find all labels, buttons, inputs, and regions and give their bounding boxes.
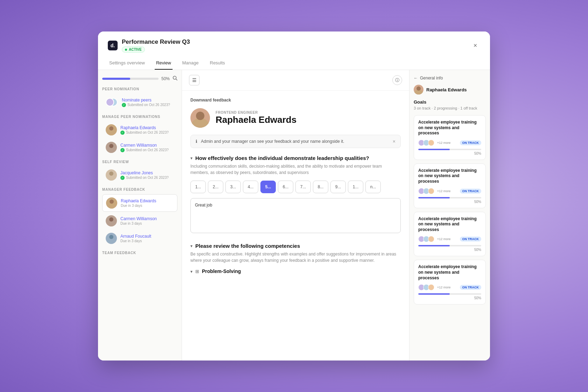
svg-point-18: [416, 86, 421, 91]
goal-card-1: Accelerate employee training on new syst…: [414, 115, 486, 160]
search-button[interactable]: [173, 76, 177, 82]
info-banner-close[interactable]: ×: [393, 139, 396, 144]
right-panel-avatar: [414, 85, 424, 94]
rating-2[interactable]: 2...: [208, 181, 223, 193]
progress-bar: [102, 78, 159, 80]
goal-4-badge: ON TRACK: [460, 285, 482, 290]
competency-header: ▾ ⊞ Problem-Solving: [190, 268, 401, 274]
manager-arnaud[interactable]: Arnaud Foucault Due in 3 days: [102, 230, 177, 247]
sidebar-toggle-button[interactable]: ☰: [189, 75, 200, 85]
rating-buttons: 1... 2... 3... 4... 5... 6... 7... 8... …: [190, 181, 401, 193]
peer-nomination-label: PEER NOMINATION: [102, 87, 177, 91]
left-panel: 50% PEER NOMINATION Nominate peers: [98, 70, 182, 360]
rating-5[interactable]: 5...: [260, 181, 276, 193]
goal-4-progress-bar: [418, 293, 481, 295]
tab-settings-overview[interactable]: Settings overview: [108, 57, 146, 70]
raphaela-manage-info: Raphaela Edwards ✓ Submitted on Oct 26 2…: [120, 125, 174, 135]
svg-point-7: [108, 176, 115, 181]
back-arrow-icon: ←: [414, 76, 418, 80]
nominate-peers-sub: ✓ Submitted on Oct 26 2023?: [122, 103, 174, 107]
rating-6[interactable]: 6...: [278, 181, 293, 193]
goal-4-title: Accelerate employee training on new syst…: [418, 264, 481, 281]
raphaela-avatar: [106, 124, 117, 135]
manage-peer-carmen[interactable]: Carmen Williamson ✓ Submitted on Oct 26 …: [102, 139, 177, 156]
progress-fill: [102, 78, 130, 80]
modal-title-info: Performance Review Q3 ACTIVE: [122, 38, 190, 52]
nominate-peers-item[interactable]: Nominate peers ✓ Submitted on Oct 26 202…: [102, 94, 177, 111]
rating-3[interactable]: 3...: [225, 181, 241, 193]
info-icon: ℹ: [196, 139, 197, 144]
carmen-manage-info: Carmen Williamson ✓ Submitted on Oct 26 …: [120, 143, 174, 152]
center-panel: ☰ ⓘ Downward feedback FRONTEND ENGINEER …: [182, 70, 410, 360]
svg-point-11: [108, 222, 115, 226]
rating-n[interactable]: n...: [365, 181, 381, 193]
goal-4-pct: 50%: [418, 296, 481, 300]
svg-point-2: [109, 126, 113, 131]
goal-card-3: Accelerate employee training on new syst…: [414, 212, 486, 257]
progress-row: 50%: [102, 76, 177, 82]
close-button[interactable]: ×: [470, 41, 480, 50]
svg-line-1: [176, 79, 177, 80]
question-1: ▾ How effectively does the individual de…: [190, 155, 401, 234]
goal-4-avatars: [418, 284, 433, 290]
goal-1-more: +12 more: [437, 141, 450, 145]
rating-7[interactable]: 7...: [295, 181, 311, 193]
manager-carmen[interactable]: Carmen Williamson Due in 3 days: [102, 212, 177, 229]
svg-point-6: [109, 172, 113, 176]
modal-title: Performance Review Q3: [122, 38, 190, 46]
goal-2-badge: ON TRACK: [460, 189, 482, 194]
goal-3-progress-fill: [418, 245, 450, 246]
collapse-arrow-1[interactable]: ▾: [190, 156, 192, 161]
nominate-peers-icon: [106, 97, 118, 108]
nominate-peers-info: Nominate peers ✓ Submitted on Oct 26 202…: [122, 98, 174, 107]
tab-results[interactable]: Results: [209, 57, 226, 70]
svg-point-4: [109, 144, 113, 148]
question-1-text: How effectively does the individual demo…: [195, 155, 401, 161]
goal-1-progress-fill: [418, 149, 450, 150]
manage-peer-raphaela[interactable]: Raphaela Edwards ✓ Submitted on Oct 26 2…: [102, 121, 177, 138]
modal-header: d. Performance Review Q3 ACTIVE × Settin…: [98, 31, 490, 70]
self-review-jacqueline[interactable]: Jacqueline Jones ✓ Submitted on Oct 26 2…: [102, 167, 177, 183]
goals-summary: 3 on track · 2 progressing · 1 off track: [414, 106, 486, 110]
reviewee-info: FRONTEND ENGINEER Raphaela Edwards: [216, 111, 296, 125]
info-banner-text: Admin and your manager can see your feed…: [201, 139, 344, 144]
rating-1[interactable]: 1...: [190, 181, 206, 193]
info-banner: ℹ Admin and your manager can see your fe…: [190, 135, 401, 148]
goal-avatar-9: [428, 236, 434, 242]
collapse-arrow-3[interactable]: ▾: [190, 269, 192, 274]
info-button[interactable]: ⓘ: [392, 75, 402, 85]
goal-1-avatars: [418, 140, 433, 146]
check-icon-3: ✓: [120, 148, 125, 152]
goal-card-4: Accelerate employee training on new syst…: [414, 260, 486, 304]
goal-3-more: +12 more: [437, 237, 450, 241]
jacqueline-info: Jacqueline Jones ✓ Submitted on Oct 26 2…: [120, 170, 174, 180]
collapse-arrow-2[interactable]: ▾: [190, 244, 192, 248]
back-link[interactable]: ← General info: [414, 76, 486, 80]
right-person-row: Raphaela Edwards: [414, 85, 486, 94]
rating-4[interactable]: 4...: [243, 181, 258, 193]
goals-label: Goals: [414, 99, 486, 105]
goal-3-badge: ON TRACK: [460, 237, 482, 241]
goal-4-more: +12 more: [437, 286, 450, 289]
comment-textarea[interactable]: Great job: [190, 198, 401, 233]
goal-2-title: Accelerate employee training on new syst…: [418, 168, 481, 184]
team-feedback-label: TEAM FEEDBACK: [102, 251, 177, 255]
rating-8[interactable]: 8...: [313, 181, 328, 193]
question-1-header: ▾ How effectively does the individual de…: [190, 155, 401, 161]
rating-9[interactable]: 9...: [330, 181, 346, 193]
feedback-type: Downward feedback: [190, 98, 401, 103]
tab-review[interactable]: Review: [155, 57, 173, 70]
goal-1-meta: +12 more ON TRACK: [418, 140, 481, 146]
check-icon-4: ✓: [120, 176, 125, 180]
manage-peer-nominations-label: MANAGE PEER NOMINATIONS: [102, 115, 177, 119]
rating-10[interactable]: 1...: [348, 181, 363, 193]
center-content: Downward feedback FRONTEND ENGINEER Raph…: [182, 91, 409, 360]
tab-manage[interactable]: Manage: [181, 57, 200, 70]
jacqueline-avatar: [106, 169, 117, 181]
reviewee-header: FRONTEND ENGINEER Raphaela Edwards: [190, 108, 401, 128]
center-top-bar: ☰ ⓘ: [182, 70, 409, 91]
svg-point-12: [109, 235, 113, 239]
question-1-desc: Including communication skills, decision…: [190, 163, 401, 176]
competency-label: Problem-Solving: [202, 268, 241, 274]
manager-raphaela-active[interactable]: Raphaela Edwards Due in 3 days: [102, 194, 177, 212]
